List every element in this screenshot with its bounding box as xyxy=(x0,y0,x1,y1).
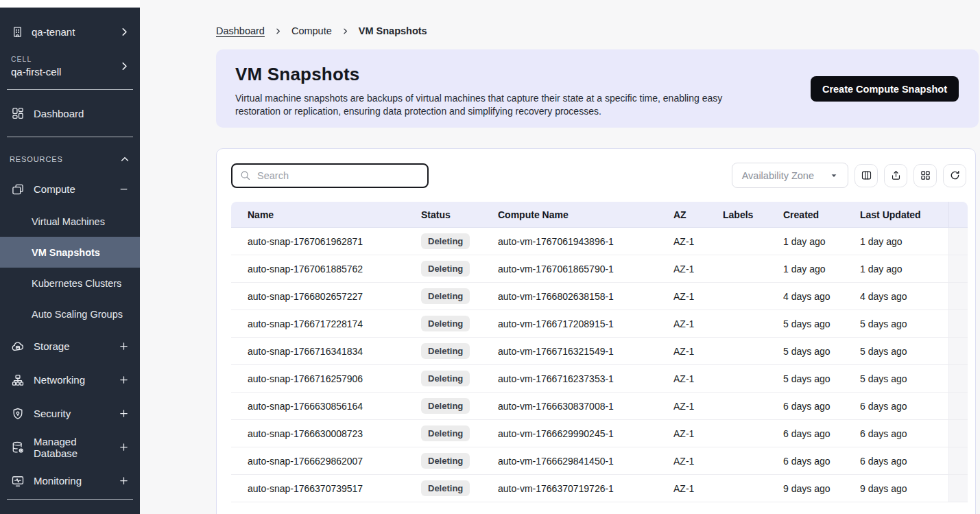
table-row[interactable]: auto-snap-1766630856164Deletingauto-vm-1… xyxy=(231,393,968,420)
search-icon xyxy=(239,170,251,181)
table-row[interactable]: auto-snap-1766630008723Deletingauto-vm-1… xyxy=(231,420,968,447)
sidebar-resources-list: ComputeVirtual MachinesVM SnapshotsKuber… xyxy=(0,172,140,498)
plus-icon[interactable] xyxy=(119,375,129,385)
labels xyxy=(723,255,783,283)
status-badge: Deleting xyxy=(421,316,470,332)
snapshot-name: auto-snap-1766716341834 xyxy=(231,338,421,365)
minus-icon[interactable] xyxy=(119,184,129,194)
created: 1 day ago xyxy=(783,255,860,283)
az: AZ-1 xyxy=(673,283,723,310)
created: 5 days ago xyxy=(783,365,860,393)
sidebar-item-security[interactable]: Security xyxy=(0,397,140,430)
breadcrumb-compute[interactable]: Compute xyxy=(291,25,332,36)
row-action-cell xyxy=(948,283,968,310)
table-row[interactable]: auto-snap-1766716341834Deletingauto-vm-1… xyxy=(231,338,968,365)
created: 5 days ago xyxy=(783,310,860,338)
sidebar-item-label: Virtual Machines xyxy=(32,216,105,227)
table-toolbar: Availability Zone xyxy=(231,163,966,188)
az: AZ-1 xyxy=(673,228,723,255)
status-badge: Deleting xyxy=(421,480,470,497)
sidebar-item-managed-database[interactable]: Managed Database xyxy=(0,430,140,464)
chevron-up-icon[interactable] xyxy=(120,154,130,164)
compute-name: auto-vm-1766716237353-1 xyxy=(498,365,673,393)
row-action-cell xyxy=(948,365,968,393)
sidebar-item-vm-snapshots[interactable]: VM Snapshots xyxy=(0,237,140,268)
status-badge: Deleting xyxy=(421,233,470,250)
status-cell: Deleting xyxy=(421,283,498,310)
last-updated: 5 days ago xyxy=(860,338,948,365)
monitoring-icon xyxy=(11,474,25,488)
create-compute-snapshot-button[interactable]: Create Compute Snapshot xyxy=(811,76,959,102)
sidebar-item-auto-scaling-groups[interactable]: Auto Scaling Groups xyxy=(0,299,140,329)
sidebar-item-label: Security xyxy=(34,408,71,419)
plus-icon[interactable] xyxy=(119,408,129,419)
breadcrumb-dashboard-link[interactable]: Dashboard xyxy=(216,25,265,36)
table-row[interactable]: auto-snap-1767061962871Deletingauto-vm-1… xyxy=(231,228,968,255)
row-action-cell xyxy=(948,393,968,420)
created: 6 days ago xyxy=(783,420,860,447)
sidebar-item-monitoring[interactable]: Monitoring xyxy=(0,464,140,498)
table-row[interactable]: auto-snap-1766717228174Deletingauto-vm-1… xyxy=(231,310,968,338)
status-badge: Deleting xyxy=(421,261,470,277)
building-icon xyxy=(11,25,24,38)
plus-icon[interactable] xyxy=(119,341,129,351)
refresh-button[interactable] xyxy=(943,164,966,187)
table-row[interactable]: auto-snap-1766716257906Deletingauto-vm-1… xyxy=(231,365,968,393)
compute-name: auto-vm-1766629990245-1 xyxy=(498,420,673,447)
labels xyxy=(723,393,783,420)
az: AZ-1 xyxy=(673,393,723,420)
labels xyxy=(723,420,783,447)
column-header-labels: Labels xyxy=(723,202,783,228)
compute-name: auto-vm-1766716321549-1 xyxy=(498,338,673,365)
sidebar-item-networking[interactable]: Networking xyxy=(0,363,140,397)
column-header-status: Status xyxy=(421,202,498,228)
columns-button[interactable] xyxy=(854,164,878,187)
column-header-created: Created xyxy=(783,202,860,228)
dashboard-icon xyxy=(11,106,25,120)
search-input[interactable] xyxy=(257,170,420,181)
table-row[interactable]: auto-snap-1766370739517Deletingauto-vm-1… xyxy=(231,475,968,502)
snapshots-table: NameStatusCompute NameAZLabelsCreatedLas… xyxy=(231,202,966,502)
snapshot-name: auto-snap-1766370739517 xyxy=(231,475,421,502)
table-row[interactable]: auto-snap-1767061885762Deletingauto-vm-1… xyxy=(231,255,968,283)
az: AZ-1 xyxy=(673,420,723,447)
sidebar-item-label: VM Snapshots xyxy=(32,247,100,258)
last-updated: 1 day ago xyxy=(860,228,948,255)
chevron-right-icon xyxy=(274,27,282,35)
created: 1 day ago xyxy=(783,228,860,255)
chevron-right-icon[interactable] xyxy=(119,27,130,37)
sidebar-item-label: Managed Database xyxy=(34,436,110,459)
labels xyxy=(723,475,783,502)
sidebar-item-dashboard[interactable]: Dashboard xyxy=(11,102,130,125)
table-row[interactable]: auto-snap-1766629862007Deletingauto-vm-1… xyxy=(231,447,968,475)
table-row[interactable]: auto-snap-1766802657227Deletingauto-vm-1… xyxy=(231,283,968,310)
sidebar-item-cell[interactable]: CELL qa-first-cell xyxy=(11,55,130,78)
status-badge: Deleting xyxy=(421,425,470,442)
sidebar-item-tenant[interactable]: qa-tenant xyxy=(11,21,130,42)
labels xyxy=(723,338,783,365)
availability-zone-filter[interactable]: Availability Zone xyxy=(732,163,848,188)
labels xyxy=(723,310,783,338)
compute-name: auto-vm-1767061865790-1 xyxy=(498,255,673,283)
grid-view-button[interactable] xyxy=(913,164,937,187)
created: 4 days ago xyxy=(783,283,860,310)
sidebar-item-kubernetes-clusters[interactable]: Kubernetes Clusters xyxy=(0,268,140,299)
plus-icon[interactable] xyxy=(119,442,129,452)
sidebar-divider xyxy=(7,499,133,500)
last-updated: 5 days ago xyxy=(860,310,948,338)
compute-name: auto-vm-1766629841450-1 xyxy=(498,447,673,475)
search-box[interactable] xyxy=(231,163,429,188)
chevron-right-icon[interactable] xyxy=(119,61,130,71)
sidebar-item-virtual-machines[interactable]: Virtual Machines xyxy=(0,206,140,237)
snapshot-name: auto-snap-1766629862007 xyxy=(231,447,421,475)
sidebar-item-storage[interactable]: Storage xyxy=(0,329,140,363)
created: 5 days ago xyxy=(783,338,860,365)
sidebar-resources-header[interactable]: RESOURCES xyxy=(10,149,130,170)
plus-icon[interactable] xyxy=(119,476,129,486)
export-button[interactable] xyxy=(884,164,907,187)
az: AZ-1 xyxy=(673,338,723,365)
az: AZ-1 xyxy=(673,310,723,338)
sidebar-item-compute[interactable]: Compute xyxy=(0,172,140,206)
sidebar: qa-tenant CELL qa-first-cell Dashboard R… xyxy=(0,0,140,514)
status-cell: Deleting xyxy=(421,310,498,338)
